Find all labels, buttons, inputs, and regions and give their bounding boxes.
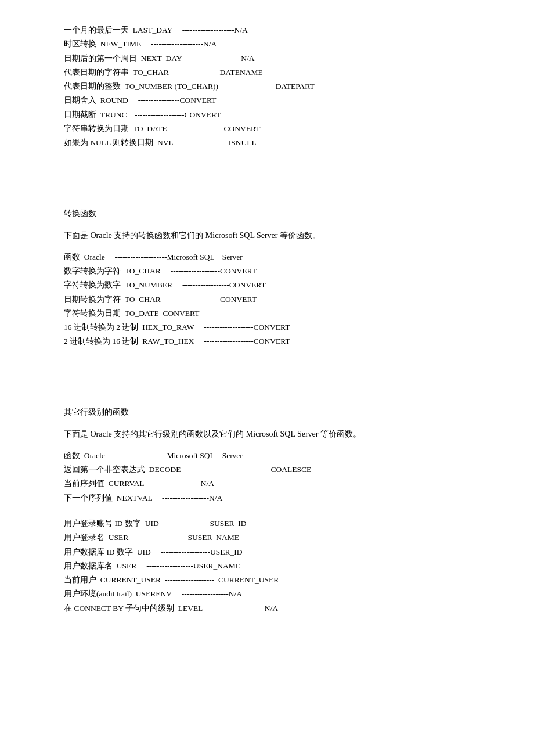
other-function-lines-1: 函数 Oracle --------------------Microsoft … — [64, 449, 470, 505]
spacer-5 — [64, 378, 470, 390]
other-title: 其它行级别的函数 — [64, 407, 470, 417]
other-desc: 下面是 Oracle 支持的其它行级别的函数以及它们的 Microsoft SQ… — [64, 429, 470, 440]
convert-desc: 下面是 Oracle 支持的转换函数和它们的 Microsoft SQL Ser… — [64, 231, 470, 241]
other-line-5: 用户登录账号 ID 数字 UID ------------------SUSER… — [64, 517, 470, 531]
line-5: 代表日期的整数 TO_NUMBER (TO_CHAR)) -----------… — [64, 80, 470, 93]
convert-title: 转换函数 — [64, 208, 470, 219]
other-line-3: 当前序列值 CURRVAL ------------------N/A — [64, 477, 470, 491]
line-7: 日期截断 TRUNC -------------------CONVERT — [64, 108, 470, 122]
conv-line-1: 函数 Oracle --------------------Microsoft … — [64, 250, 470, 264]
spacer-4 — [64, 366, 470, 378]
spacer-6 — [64, 423, 470, 429]
spacer-2 — [64, 179, 470, 191]
conv-line-4: 日期转换为字符 TO_CHAR -------------------CONVE… — [64, 293, 470, 307]
spacer-1 — [64, 168, 470, 179]
conv-line-3: 字符转换为数字 TO_NUMBER ------------------CONV… — [64, 278, 470, 292]
date-functions-lines: 一个月的最后一天 LAST_DAY --------------------N/… — [64, 23, 470, 150]
other-line-9: 当前用户 CURRENT_USER ------------------- CU… — [64, 573, 470, 587]
line-9: 如果为 NULL 则转换日期 NVL ------------------- I… — [64, 136, 470, 150]
page-content: 一个月的最后一天 LAST_DAY --------------------N/… — [64, 23, 470, 615]
conv-line-7: 2 进制转换为 16 进制 RAW_TO_HEX ---------------… — [64, 334, 470, 348]
line-6: 日期舍入 ROUND ----------------CONVERT — [64, 93, 470, 107]
conv-line-2: 数字转换为字符 TO_CHAR -------------------CONVE… — [64, 264, 470, 278]
other-line-11: 在 CONNECT BY 子句中的级别 LEVEL --------------… — [64, 602, 470, 615]
line-2: 时区转换 NEW_TIME --------------------N/A — [64, 37, 470, 51]
conv-line-5: 字符转换为日期 TO_DATE CONVERT — [64, 307, 470, 321]
date-functions-section: 一个月的最后一天 LAST_DAY --------------------N/… — [64, 23, 470, 150]
line-3: 日期后的第一个周日 NEXT_DAY -------------------N/… — [64, 52, 470, 66]
line-4: 代表日期的字符串 TO_CHAR ------------------DATEN… — [64, 66, 470, 80]
other-line-8: 用户数据库名 USER ------------------USER_NAME — [64, 559, 470, 573]
other-line-10: 用户环境(audit trail) USERENV --------------… — [64, 587, 470, 601]
spacer-3 — [64, 225, 470, 231]
line-1: 一个月的最后一天 LAST_DAY --------------------N/… — [64, 23, 470, 37]
other-line-6: 用户登录名 USER -------------------SUSER_NAME — [64, 531, 470, 545]
line-8: 字符串转换为日期 TO_DATE ------------------CONVE… — [64, 122, 470, 136]
other-line-4: 下一个序列值 NEXTVAL ------------------N/A — [64, 491, 470, 505]
convert-function-lines: 函数 Oracle --------------------Microsoft … — [64, 250, 470, 349]
other-line-7: 用户数据库 ID 数字 UID -------------------USER_… — [64, 545, 470, 559]
other-function-lines-2: 用户登录账号 ID 数字 UID ------------------SUSER… — [64, 517, 470, 615]
other-section: 其它行级别的函数 下面是 Oracle 支持的其它行级别的函数以及它们的 Mic… — [64, 407, 470, 615]
spacer-7 — [64, 505, 470, 517]
conv-line-6: 16 进制转换为 2 进制 HEX_TO_RAW ---------------… — [64, 321, 470, 334]
other-line-2: 返回第一个非空表达式 DECODE ----------------------… — [64, 463, 470, 477]
convert-section: 转换函数 下面是 Oracle 支持的转换函数和它们的 Microsoft SQ… — [64, 208, 470, 349]
other-line-1: 函数 Oracle --------------------Microsoft … — [64, 449, 470, 463]
